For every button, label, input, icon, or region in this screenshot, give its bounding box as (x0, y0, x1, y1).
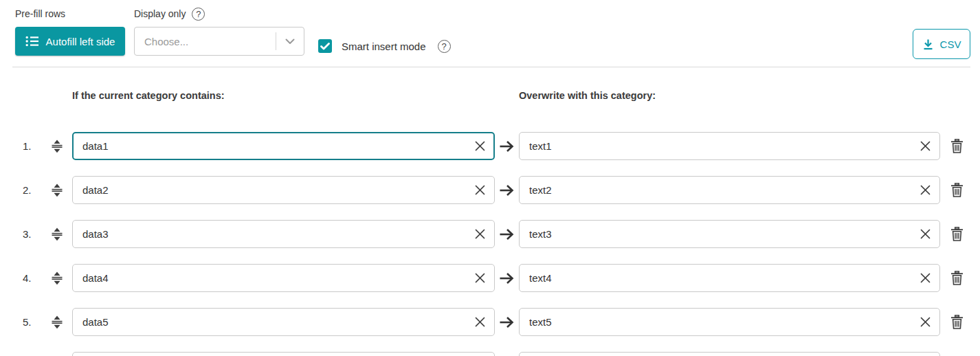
smart-insert-group: Smart insert mode ? (318, 39, 451, 53)
clear-icon[interactable] (913, 176, 937, 204)
delete-row-icon[interactable] (946, 220, 968, 248)
clear-icon[interactable] (467, 132, 492, 160)
clear-icon[interactable] (913, 352, 937, 356)
clear-icon[interactable] (467, 176, 492, 204)
source-category-input[interactable] (72, 132, 495, 160)
drag-reorder-icon[interactable] (49, 308, 65, 336)
row-number: 5. (23, 308, 36, 336)
csv-download-button[interactable]: CSV (913, 29, 970, 59)
arrow-right-icon (495, 132, 519, 160)
display-only-label: Display only (134, 7, 186, 21)
csv-button-label: CSV (940, 38, 961, 50)
arrow-right-icon (495, 264, 519, 292)
target-category-input[interactable] (519, 132, 940, 160)
target-category-input[interactable] (519, 220, 940, 248)
target-category-input[interactable] (519, 176, 940, 204)
source-category-input[interactable] (72, 220, 495, 248)
download-icon (922, 38, 934, 50)
row-number: 2. (23, 176, 36, 204)
delete-row-icon[interactable] (946, 308, 968, 336)
row-number: 3. (23, 220, 36, 248)
chevron-down-icon[interactable] (276, 38, 304, 45)
left-column-header: If the current category contains: (72, 90, 225, 101)
delete-row-icon[interactable] (946, 176, 968, 204)
display-only-select[interactable]: Choose... (134, 27, 304, 56)
smart-insert-label: Smart insert mode (342, 41, 426, 52)
autofill-left-side-button[interactable]: Autofill left side (15, 27, 125, 56)
list-icon (25, 36, 39, 47)
prefill-rows-label: Pre-fill rows (15, 7, 125, 21)
source-category-input[interactable] (72, 264, 495, 292)
drag-reorder-icon[interactable] (49, 176, 65, 204)
drag-reorder-icon[interactable] (49, 220, 65, 248)
table-row (0, 352, 980, 356)
prefill-group: Pre-fill rows Autofill left side (15, 7, 125, 56)
table-row: 5. (0, 308, 980, 352)
table-row: 4. (0, 264, 980, 308)
select-placeholder: Choose... (135, 36, 276, 47)
drag-reorder-icon[interactable] (49, 264, 65, 292)
clear-icon[interactable] (913, 220, 937, 248)
source-category-input[interactable] (72, 308, 495, 336)
delete-row-icon[interactable] (946, 132, 968, 160)
smart-insert-checkbox[interactable] (318, 39, 332, 53)
display-only-group: Display only ? Choose... (134, 7, 304, 56)
rows-list: 1. (0, 132, 980, 356)
autofill-button-label: Autofill left side (46, 36, 115, 47)
help-icon[interactable]: ? (192, 8, 205, 21)
toolbar-divider (12, 67, 970, 67)
clear-icon[interactable] (467, 264, 492, 292)
column-headers: If the current category contains: Overwr… (0, 90, 980, 102)
drag-reorder-icon[interactable] (49, 132, 65, 160)
help-icon[interactable]: ? (438, 40, 451, 53)
clear-icon[interactable] (913, 132, 937, 160)
drag-reorder-icon[interactable] (49, 352, 65, 356)
right-column-header: Overwrite with this category: (519, 90, 656, 101)
target-category-input[interactable] (519, 352, 940, 356)
row-number: 4. (23, 264, 36, 292)
target-category-input[interactable] (519, 308, 940, 336)
clear-icon[interactable] (913, 264, 937, 292)
toolbar: Pre-fill rows Autofill left side Display… (0, 0, 980, 67)
source-category-input[interactable] (72, 352, 495, 356)
arrow-right-icon (495, 352, 519, 356)
table-row: 2. (0, 176, 980, 220)
arrow-right-icon (495, 220, 519, 248)
target-category-input[interactable] (519, 264, 940, 292)
clear-icon[interactable] (467, 352, 492, 356)
row-number: 1. (23, 132, 36, 160)
source-category-input[interactable] (72, 176, 495, 204)
delete-row-icon[interactable] (946, 352, 968, 356)
clear-icon[interactable] (467, 308, 492, 336)
clear-icon[interactable] (467, 220, 492, 248)
table-row: 1. (0, 132, 980, 176)
delete-row-icon[interactable] (946, 264, 968, 292)
clear-icon[interactable] (913, 308, 937, 336)
table-row: 3. (0, 220, 980, 264)
arrow-right-icon (495, 176, 519, 204)
arrow-right-icon (495, 308, 519, 336)
